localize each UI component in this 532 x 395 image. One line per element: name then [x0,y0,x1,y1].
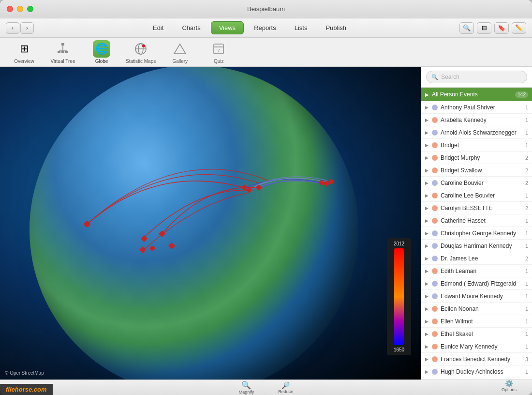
person-name: Eellen Noonan [441,305,522,312]
person-expand-icon: ▶ [425,243,429,248]
forward-button[interactable]: › [20,22,34,34]
watermark-tld: .com [32,386,46,393]
watermark-highlight: horse [15,386,32,393]
magnify-icon: 🔍 [241,380,251,390]
person-gender-dot [432,319,438,324]
list-item[interactable]: ▶ Caroline Lee Bouvier 1 [421,189,532,202]
person-gender-dot [432,369,438,375]
person-gender-dot [432,155,438,161]
back-button[interactable]: ‹ [6,22,19,34]
list-item[interactable]: ▶ Catherine Hasset 1 [421,214,532,227]
person-name: Ethel Skakel [441,331,522,337]
bookmark-button[interactable]: 🔖 [494,22,509,34]
list-item[interactable]: ▶ Bridget Swallow 2 [421,164,532,177]
person-event-count: 2 [525,155,528,161]
tab-views[interactable]: Views [211,21,244,34]
watermark: filehorse.com [0,384,53,395]
map-area[interactable]: 2012 1650 © OpenStreetMap [0,67,421,380]
overview-icon: ⊞ [15,40,33,58]
person-gender-dot [432,293,438,299]
person-expand-icon: ▶ [425,193,429,198]
person-event-count: 1 [525,117,528,123]
list-item[interactable]: ▶ Caroline Bouvier 2 [421,177,532,189]
sub-tool-quiz[interactable]: ? Quiz [204,40,233,64]
list-item[interactable]: ▶ Eellen Noonan 1 [421,303,532,315]
person-name: Bridget Swallow [441,167,522,174]
all-events-header[interactable]: ▶ All Person Events 142 [421,88,532,101]
list-item[interactable]: ▶ Hugh Dudley Achincloss 1 [421,365,532,378]
menu-tabs: Edit Charts Views Reports Lists Publish [40,21,459,34]
person-list: ▶ Anthony Paul Shriver 1 ▶ Arabella Kenn… [421,101,532,380]
tab-reports[interactable]: Reports [246,21,284,34]
person-expand-icon: ▶ [425,281,429,286]
list-item[interactable]: ▶ Arnold Alois Schwarzenegger 1 [421,126,532,139]
globe-lines [0,67,421,380]
sub-tool-overview[interactable]: ⊞ Overview [10,40,39,64]
list-item[interactable]: ▶ Dr. James Lee 2 [421,252,532,265]
person-expand-icon: ▶ [425,344,429,349]
virtual-tree-label: Virtual Tree [51,59,75,64]
person-event-count: 1 [525,193,528,198]
search-box[interactable]: 🔍 Search [426,71,527,83]
tools-button[interactable]: ✏️ [512,22,526,34]
magnify-button[interactable]: 🔍 Magnify [239,380,254,395]
list-item[interactable]: ▶ Edmond ( Edward) Fitzgerald 1 [421,277,532,290]
list-item[interactable]: ▶ Bridget 1 [421,139,532,152]
search-icon: 🔍 [431,74,438,80]
search-toolbar-button[interactable]: 🔍 [459,22,474,34]
options-label: Options [502,387,517,392]
list-item[interactable]: ▶ Christopher George Kennedy 1 [421,227,532,240]
maximize-button[interactable] [27,6,33,12]
person-name: Hugh Dudley Achincloss [441,368,522,375]
person-name: Dr. James Lee [441,255,522,262]
tab-edit[interactable]: Edit [145,21,172,34]
list-item[interactable]: ▶ Anthony Paul Shriver 1 [421,101,532,114]
person-expand-icon: ▶ [425,168,429,173]
person-gender-dot [432,243,438,249]
statistic-maps-label: Statistic Maps [126,59,156,64]
list-item[interactable]: ▶ Frances Benedict Kennedy 3 [421,353,532,365]
list-item[interactable]: ▶ Douglas Harriman Kennedy 1 [421,240,532,252]
svg-point-19 [84,221,90,227]
list-item[interactable]: ▶ Edith Leaman 1 [421,265,532,277]
sub-tool-globe[interactable]: 🌐 Globe [87,40,116,64]
reduce-button[interactable]: 🔎 Reduce [278,381,293,394]
person-gender-dot [432,218,438,224]
list-item[interactable]: ▶ Ellen Wilmot 1 [421,315,532,328]
person-gender-dot [432,306,438,312]
svg-point-20 [150,246,155,251]
person-expand-icon: ▶ [425,332,429,336]
sub-tool-gallery[interactable]: Gallery [165,40,194,64]
list-item[interactable]: ▶ Bridget Murphy 2 [421,152,532,164]
list-item[interactable]: ▶ Carolyn BESSETTE 2 [421,202,532,214]
grid-view-button[interactable]: ⊟ [477,22,491,34]
reduce-icon: 🔎 [281,381,290,389]
person-expand-icon: ▶ [425,319,429,324]
person-gender-dot [432,331,438,337]
sub-tool-virtual-tree[interactable]: Virtual Tree [48,40,77,64]
reduce-label: Reduce [278,389,293,394]
person-event-count: 1 [525,130,528,136]
list-item[interactable]: ▶ Edward Moore Kennedy 1 [421,290,532,303]
tab-charts[interactable]: Charts [174,21,208,34]
gallery-icon [171,40,189,58]
statistic-maps-icon [132,40,149,58]
tab-lists[interactable]: Lists [286,21,316,34]
titlebar: Beispielbaum [0,0,532,18]
list-item[interactable]: ▶ Arabella Kennedy 1 [421,114,532,126]
person-event-count: 2 [525,167,528,173]
main-toolbar: ‹ › Edit Charts Views Reports Lists Publ… [0,18,532,38]
minimize-button[interactable] [17,6,23,12]
person-event-count: 1 [525,293,528,299]
tab-publish[interactable]: Publish [317,21,355,34]
sub-tool-statistic-maps[interactable]: Statistic Maps [126,40,156,64]
list-item[interactable]: ▶ Ethel Skakel 1 [421,328,532,340]
person-gender-dot [432,193,438,198]
traffic-lights [7,6,33,12]
list-item[interactable]: ▶ Eunice Mary Kennedy 1 [421,340,532,353]
options-button[interactable]: ⚙️ Options [502,380,517,392]
overview-label: Overview [14,59,34,64]
close-button[interactable] [7,6,13,12]
person-event-count: 2 [525,256,528,261]
person-event-count: 1 [525,230,528,236]
